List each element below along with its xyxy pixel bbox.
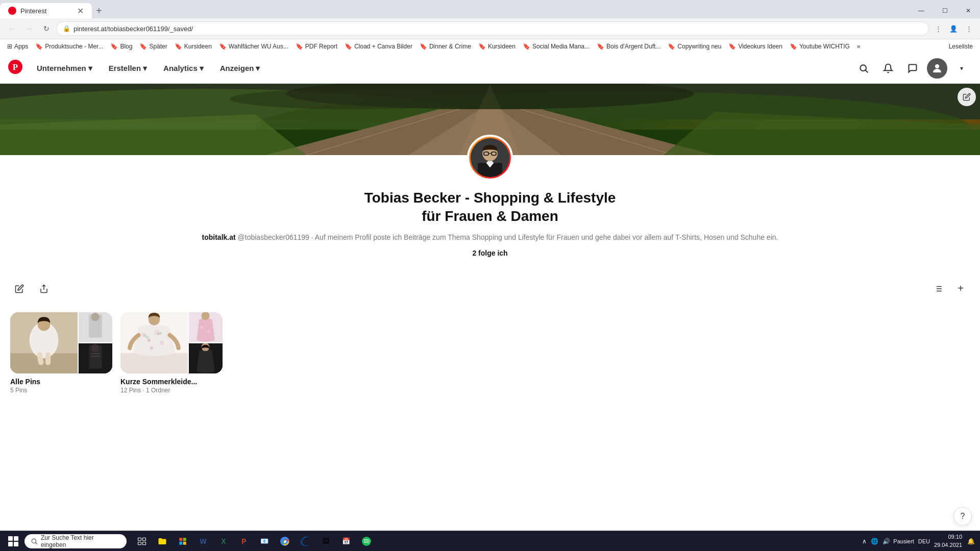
task-view-button[interactable] [133, 532, 151, 550]
chrome-button[interactable] [276, 532, 294, 550]
bookmark-videokurs[interactable]: 🔖 Videokurs Ideen [725, 42, 786, 51]
bookmark-cload[interactable]: 🔖 Cload + Canva Bilder [341, 42, 415, 51]
file-explorer-button[interactable] [153, 532, 172, 550]
profile-bio-text: · Auf meinem Profil poste ich Beiträge z… [311, 233, 778, 241]
pinterest-app: P Unternehmen ▾ Erstellen ▾ Analytics ▾ … [0, 53, 980, 531]
board-sommerkleider[interactable]: Kurze Sommerkleide... 12 Pins · 1 Ordner [120, 312, 223, 394]
bookmark-icon: 🔖 [728, 43, 736, 50]
pinterest-nav: P Unternehmen ▾ Erstellen ▾ Analytics ▾ … [0, 53, 980, 84]
volume-icon[interactable]: 🔊 [881, 537, 891, 546]
svg-point-49 [148, 339, 151, 342]
board-alle-pins[interactable]: Alle Pins 5 Pins [10, 312, 112, 394]
powerpoint-button[interactable]: P [235, 532, 253, 550]
pinterest-logo[interactable]: P [8, 60, 22, 77]
bookmark-apps[interactable]: ⊞ Apps [4, 42, 31, 51]
tab-favicon [8, 7, 16, 15]
settings-button[interactable]: ⋮ [962, 21, 976, 36]
edit-button[interactable] [10, 280, 29, 298]
bookmark-copywriting[interactable]: 🔖 Copywriting neu [665, 42, 724, 51]
refresh-button[interactable]: ↻ [39, 21, 54, 36]
filter-button[interactable] [929, 280, 947, 298]
close-button[interactable]: ✕ [957, 3, 980, 18]
extensions-button[interactable]: ⋮ [931, 21, 945, 36]
notifications-label[interactable]: Pausiert [893, 538, 914, 544]
bookmark-icon: 🔖 [110, 43, 118, 50]
bookmark-dinner[interactable]: 🔖 Dinner & Crime [416, 42, 474, 51]
nav-anzeigen-chevron: ▾ [256, 64, 260, 73]
svg-rect-45 [91, 356, 100, 357]
profile-website[interactable]: tobitalk.at [202, 233, 236, 241]
notification-button[interactable] [878, 58, 898, 79]
help-button[interactable]: ? [953, 507, 972, 525]
avatar-ring [467, 135, 513, 181]
svg-rect-71 [179, 541, 182, 544]
bookmark-wahlfaecher[interactable]: 🔖 Wahlfächer WU Aus... [216, 42, 291, 51]
nav-erstellen[interactable]: Erstellen ▾ [103, 60, 153, 77]
svg-line-3 [866, 70, 868, 72]
tab-bar: Pinterest ✕ + — ☐ ✕ [0, 0, 980, 18]
excel-button[interactable]: X [214, 532, 233, 550]
profile-avatar[interactable] [927, 58, 947, 79]
edit-cover-button[interactable] [958, 88, 976, 106]
search-button[interactable] [853, 58, 874, 79]
bookmark-bois[interactable]: 🔖 Bois d'Argent Duft... [594, 42, 664, 51]
photos-button[interactable]: 🖼 [316, 532, 335, 550]
svg-point-75 [362, 537, 371, 546]
profile-follow-count[interactable]: 2 folge ich [10, 249, 970, 257]
message-button[interactable] [902, 58, 923, 79]
nav-unternehmen[interactable]: Unternehmen ▾ [31, 60, 99, 77]
add-board-button[interactable]: + [951, 280, 970, 298]
system-clock[interactable]: 09:10 29.04.2021 [934, 533, 962, 549]
browser-chrome: Pinterest ✕ + — ☐ ✕ ← → ↻ 🔒 pinterest.at… [0, 0, 980, 53]
forward-button[interactable]: → [21, 21, 37, 36]
address-bar: ← → ↻ 🔒 pinterest.at/tobiasbecker061199/… [0, 18, 980, 39]
bookmark-pdf[interactable]: 🔖 PDF Report [292, 42, 340, 51]
profile-button[interactable]: 👤 [946, 21, 961, 36]
profile-avatar-section [0, 135, 980, 181]
share-button[interactable] [35, 280, 53, 298]
action-center-button[interactable]: 🔔 [966, 537, 976, 546]
taskbar-search[interactable]: Zur Suche Text hier eingeben [24, 534, 127, 548]
bookmark-produktsuche[interactable]: 🔖 Produktsuche - Mer... [32, 42, 106, 51]
bookmark-kursideen1[interactable]: 🔖 Kursideen [172, 42, 215, 51]
nav-anzeigen[interactable]: Anzeigen ▾ [214, 60, 266, 77]
bookmark-spaeter[interactable]: 🔖 Später [136, 42, 170, 51]
minimize-button[interactable]: — [910, 3, 933, 18]
start-button[interactable] [4, 532, 22, 550]
outlook-button[interactable]: 📧 [255, 532, 274, 550]
calendar-button[interactable]: 📅 [337, 532, 355, 550]
bookmarks-overflow[interactable]: » [854, 42, 864, 51]
url-bar[interactable]: 🔒 pinterest.at/tobiasbecker061199/_saved… [56, 21, 929, 36]
toolbar-right: + [929, 280, 970, 298]
store-button[interactable] [174, 532, 192, 550]
svg-rect-70 [183, 538, 186, 541]
edge-button[interactable] [296, 532, 314, 550]
network-icon[interactable]: 🌐 [870, 537, 879, 546]
active-tab[interactable]: Pinterest ✕ [0, 3, 92, 18]
profile-info: Tobias Becker - Shopping & Lifestyle für… [0, 181, 980, 265]
bookmark-kursideen2[interactable]: 🔖 Kursideen [475, 42, 519, 51]
reading-list[interactable]: Leseliste [946, 42, 976, 51]
board-images [10, 312, 112, 373]
svg-rect-72 [183, 541, 186, 544]
word-button[interactable]: W [194, 532, 212, 550]
bookmark-blog[interactable]: 🔖 Blog [107, 42, 135, 51]
svg-point-43 [91, 344, 99, 352]
maximize-button[interactable]: ☐ [933, 3, 957, 18]
bookmark-icon: 🔖 [296, 43, 303, 50]
tab-close-button[interactable]: ✕ [77, 6, 84, 16]
board-alle-pins-title: Alle Pins [10, 378, 112, 386]
nav-analytics[interactable]: Analytics ▾ [157, 60, 210, 77]
bookmark-icon: 🔖 [420, 43, 427, 50]
bookmark-youtube[interactable]: 🔖 Youtube WICHTIG [787, 42, 853, 51]
back-button[interactable]: ← [4, 21, 19, 36]
board-alle-pins-meta: 5 Pins [10, 387, 112, 394]
new-tab-button[interactable]: + [92, 5, 106, 17]
svg-point-59 [207, 330, 210, 333]
bookmark-social[interactable]: 🔖 Social Media Mana... [520, 42, 593, 51]
spotify-button[interactable] [357, 532, 376, 550]
svg-point-14 [230, 89, 485, 109]
profile-chevron-icon[interactable]: ▾ [951, 58, 972, 79]
hidden-icons-button[interactable]: ∧ [861, 537, 868, 546]
nav-erstellen-chevron: ▾ [143, 64, 147, 73]
